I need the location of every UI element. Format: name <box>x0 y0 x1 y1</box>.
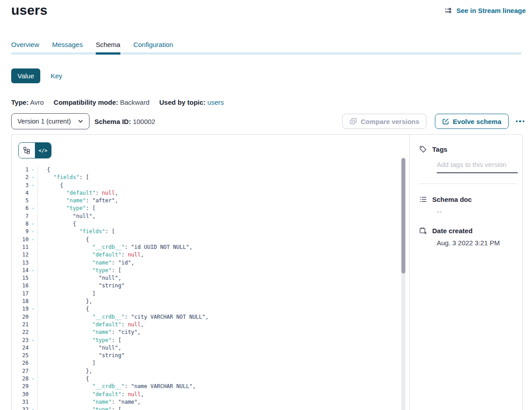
version-select[interactable]: Version 1 (current) <box>11 113 89 129</box>
code-line: 32▾ "type": [ <box>12 406 400 410</box>
tab-configuration[interactable]: Configuration <box>133 41 173 55</box>
code-line: 16 "string" <box>12 282 400 290</box>
code-editor[interactable]: 1▾{2▾ "fields": [3▾ {4 "default": null,5… <box>12 166 400 410</box>
compare-versions-button[interactable]: Compare versions <box>342 114 426 129</box>
schema-doc-value: -- <box>437 208 518 215</box>
code-text: }, <box>38 298 92 305</box>
fold-spacer <box>29 298 38 305</box>
evolve-schema-label: Evolve schema <box>453 118 501 125</box>
line-number: 27 <box>12 367 29 375</box>
value-tab-button[interactable]: Value <box>11 68 40 83</box>
code-line: 10▾ { <box>12 236 400 243</box>
key-tab-button[interactable]: Key <box>51 72 62 80</box>
code-line: 14▾ "type": [ <box>12 267 400 274</box>
code-text: { <box>38 166 50 174</box>
fold-spacer <box>29 282 38 290</box>
meta-topic-label: Used by topic: <box>159 98 205 106</box>
code-text: "default": null, <box>38 251 144 259</box>
tab-overview[interactable]: Overview <box>11 41 39 55</box>
date-created-title: Date created <box>432 227 472 235</box>
fold-arrow-icon[interactable]: ▾ <box>29 337 38 344</box>
stream-lineage-link[interactable]: See in Stream lineage <box>445 7 526 14</box>
code-text: "type": [ <box>38 205 95 212</box>
tab-messages[interactable]: Messages <box>52 41 83 55</box>
code-text: { <box>38 220 76 228</box>
code-line: 8▾ { <box>12 220 400 228</box>
code-text: "name": "after", <box>38 197 118 205</box>
fold-spacer <box>29 329 38 336</box>
code-pane: </> 1▾{2▾ "fields": [3▾ {4 "default": nu… <box>12 135 409 410</box>
fold-arrow-icon[interactable]: ▾ <box>29 375 38 383</box>
line-number: 14 <box>12 267 29 274</box>
schema-meta-row: Type: Avro Compatibility mode: Backward … <box>11 98 224 106</box>
fold-arrow-icon[interactable]: ▾ <box>29 174 38 181</box>
scrollbar-track[interactable] <box>401 158 405 410</box>
fold-arrow-icon[interactable]: ▾ <box>29 182 38 189</box>
fold-arrow-icon[interactable]: ▾ <box>29 205 38 212</box>
code-line: 11 "__crdb__": "id UUID NOT NULL", <box>12 243 400 251</box>
code-view-button[interactable]: </> <box>35 143 51 158</box>
fold-spacer <box>29 391 38 398</box>
line-number: 3 <box>12 182 29 189</box>
code-text: "name": "id", <box>38 259 134 267</box>
code-line: 25 "string" <box>12 352 400 359</box>
compare-versions-label: Compare versions <box>361 118 419 125</box>
line-number: 28 <box>12 375 29 383</box>
line-number: 21 <box>12 321 29 329</box>
evolve-schema-button[interactable]: Evolve schema <box>435 114 508 129</box>
fold-arrow-icon[interactable]: ▾ <box>29 305 38 313</box>
code-line: 19▾ { <box>12 305 400 313</box>
page-title: users <box>11 3 47 18</box>
line-number: 1 <box>12 166 29 174</box>
more-options-button[interactable] <box>515 118 526 125</box>
schema-doc-icon <box>419 196 427 203</box>
tab-schema[interactable]: Schema <box>96 41 120 55</box>
tree-view-button[interactable] <box>19 143 35 158</box>
fold-spacer <box>29 251 38 259</box>
code-text: "type": [ <box>38 337 121 344</box>
code-text: ] <box>38 359 95 367</box>
scrollbar-thumb[interactable] <box>401 158 405 273</box>
fold-arrow-icon[interactable]: ▾ <box>29 166 38 174</box>
code-line: 18 }, <box>12 298 400 305</box>
code-line: 12 "default": null, <box>12 251 400 259</box>
line-number: 11 <box>12 243 29 251</box>
line-number: 31 <box>12 398 29 406</box>
code-text: "name": "name", <box>38 398 141 406</box>
tag-icon <box>419 145 427 153</box>
line-number: 2 <box>12 174 29 181</box>
line-number: 25 <box>12 352 29 359</box>
meta-compatibility: Compatibility mode: Backward <box>54 98 149 106</box>
meta-type: Type: Avro <box>11 98 44 106</box>
code-text: ] <box>38 290 95 298</box>
fold-arrow-icon[interactable]: ▾ <box>29 236 38 243</box>
line-number: 15 <box>12 274 29 282</box>
code-line: 2▾ "fields": [ <box>12 174 400 181</box>
topic-link[interactable]: users <box>208 98 224 106</box>
code-line: 17 ] <box>12 290 400 298</box>
line-number: 5 <box>12 197 29 205</box>
compare-versions-icon <box>349 118 357 125</box>
fold-spacer <box>29 197 38 205</box>
add-tags-input[interactable] <box>437 161 518 173</box>
code-text: { <box>38 305 89 313</box>
code-line: 29 "__crdb__": "name VARCHAR NULL", <box>12 383 400 390</box>
fold-arrow-icon[interactable]: ▾ <box>29 228 38 235</box>
fold-spacer <box>29 243 38 251</box>
fold-spacer <box>29 290 38 298</box>
fold-arrow-icon[interactable]: ▾ <box>29 220 38 228</box>
evolve-schema-icon <box>442 118 449 125</box>
ellipsis-icon <box>516 120 518 123</box>
fold-spacer <box>29 383 38 390</box>
sidebar-divider <box>418 184 518 184</box>
code-line: 21 "default": null, <box>12 321 400 329</box>
fold-arrow-icon[interactable]: ▾ <box>29 406 38 410</box>
code-line: 23▾ "type": [ <box>12 337 400 344</box>
fold-spacer <box>29 398 38 406</box>
line-number: 16 <box>12 282 29 290</box>
code-line: 13 "name": "id", <box>12 259 400 267</box>
meta-compatibility-value: Backward <box>120 98 149 106</box>
fold-arrow-icon[interactable]: ▾ <box>29 267 38 274</box>
code-text: "null", <box>38 213 95 220</box>
line-number: 20 <box>12 313 29 321</box>
